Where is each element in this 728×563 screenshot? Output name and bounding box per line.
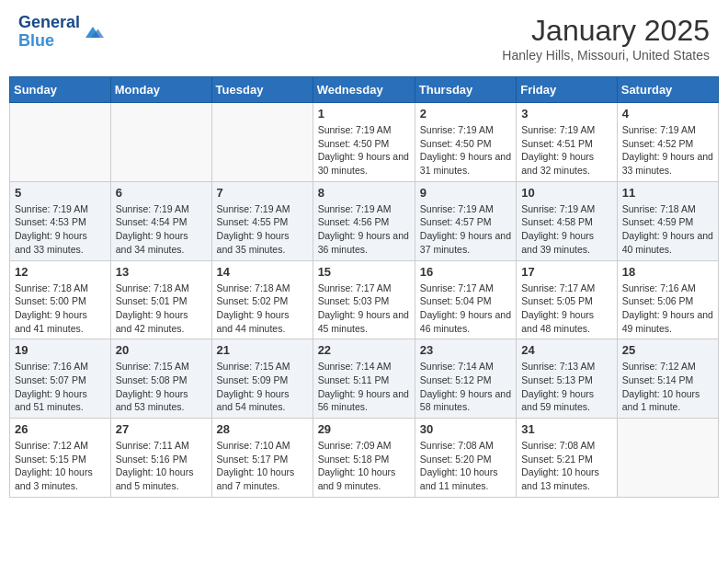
day-info: Sunrise: 7:19 AM Sunset: 4:56 PM Dayligh… — [318, 202, 410, 257]
calendar-week-row: 19Sunrise: 7:16 AM Sunset: 5:07 PM Dayli… — [10, 339, 719, 419]
page-header: GeneralBlue January 2025 Hanley Hills, M… — [9, 9, 719, 67]
day-info: Sunrise: 7:17 AM Sunset: 5:04 PM Dayligh… — [420, 282, 511, 336]
day-info: Sunrise: 7:17 AM Sunset: 5:03 PM Dayligh… — [318, 282, 410, 336]
month-title: January 2025 — [502, 14, 710, 48]
day-info: Sunrise: 7:08 AM Sunset: 5:21 PM Dayligh… — [521, 439, 612, 493]
weekday-header: Wednesday — [313, 77, 415, 103]
calendar-cell — [10, 103, 111, 182]
day-number: 12 — [15, 265, 106, 279]
day-info: Sunrise: 7:19 AM Sunset: 4:52 PM Dayligh… — [622, 123, 713, 178]
calendar-week-row: 26Sunrise: 7:12 AM Sunset: 5:15 PM Dayli… — [10, 419, 719, 498]
calendar-cell: 18Sunrise: 7:16 AM Sunset: 5:06 PM Dayli… — [617, 260, 718, 339]
day-number: 1 — [318, 107, 410, 121]
day-info: Sunrise: 7:18 AM Sunset: 4:59 PM Dayligh… — [622, 202, 713, 257]
day-number: 28 — [217, 422, 308, 436]
logo: GeneralBlue — [18, 14, 104, 51]
calendar-cell: 30Sunrise: 7:08 AM Sunset: 5:20 PM Dayli… — [415, 419, 516, 498]
title-block: January 2025 Hanley Hills, Missouri, Uni… — [502, 14, 710, 63]
day-info: Sunrise: 7:16 AM Sunset: 5:06 PM Dayligh… — [622, 282, 713, 336]
day-info: Sunrise: 7:11 AM Sunset: 5:16 PM Dayligh… — [116, 439, 207, 493]
day-info: Sunrise: 7:19 AM Sunset: 4:58 PM Dayligh… — [521, 202, 612, 257]
day-info: Sunrise: 7:19 AM Sunset: 4:57 PM Dayligh… — [420, 202, 511, 257]
day-number: 18 — [622, 265, 713, 279]
calendar-cell: 15Sunrise: 7:17 AM Sunset: 5:03 PM Dayli… — [313, 260, 415, 339]
day-number: 10 — [521, 186, 612, 200]
day-info: Sunrise: 7:19 AM Sunset: 4:50 PM Dayligh… — [420, 123, 511, 178]
day-number: 2 — [420, 107, 511, 121]
day-number: 14 — [217, 265, 308, 279]
day-info: Sunrise: 7:19 AM Sunset: 4:54 PM Dayligh… — [116, 202, 207, 257]
calendar-cell: 21Sunrise: 7:15 AM Sunset: 5:09 PM Dayli… — [211, 339, 313, 419]
day-info: Sunrise: 7:16 AM Sunset: 5:07 PM Dayligh… — [15, 360, 106, 414]
day-number: 23 — [420, 343, 511, 357]
calendar-cell: 28Sunrise: 7:10 AM Sunset: 5:17 PM Dayli… — [211, 419, 313, 498]
calendar-cell: 7Sunrise: 7:19 AM Sunset: 4:55 PM Daylig… — [211, 181, 313, 260]
calendar-cell: 14Sunrise: 7:18 AM Sunset: 5:02 PM Dayli… — [211, 260, 313, 339]
day-number: 4 — [622, 107, 713, 121]
logo-text: GeneralBlue — [18, 14, 80, 51]
day-number: 25 — [622, 343, 713, 357]
calendar-cell: 19Sunrise: 7:16 AM Sunset: 5:07 PM Dayli… — [10, 339, 111, 419]
day-number: 20 — [116, 343, 207, 357]
day-number: 6 — [116, 186, 207, 200]
day-number: 9 — [420, 186, 511, 200]
day-info: Sunrise: 7:17 AM Sunset: 5:05 PM Dayligh… — [521, 282, 612, 336]
calendar-cell: 11Sunrise: 7:18 AM Sunset: 4:59 PM Dayli… — [617, 181, 718, 260]
calendar-cell: 23Sunrise: 7:14 AM Sunset: 5:12 PM Dayli… — [415, 339, 516, 419]
day-info: Sunrise: 7:15 AM Sunset: 5:08 PM Dayligh… — [116, 360, 207, 414]
calendar-cell: 10Sunrise: 7:19 AM Sunset: 4:58 PM Dayli… — [517, 181, 618, 260]
day-number: 24 — [521, 343, 612, 357]
day-number: 15 — [318, 265, 410, 279]
calendar-cell: 22Sunrise: 7:14 AM Sunset: 5:11 PM Dayli… — [313, 339, 415, 419]
day-info: Sunrise: 7:15 AM Sunset: 5:09 PM Dayligh… — [217, 360, 308, 414]
calendar-cell: 24Sunrise: 7:13 AM Sunset: 5:13 PM Dayli… — [517, 339, 618, 419]
calendar-cell — [110, 103, 211, 182]
day-info: Sunrise: 7:14 AM Sunset: 5:12 PM Dayligh… — [420, 360, 511, 414]
calendar-cell: 20Sunrise: 7:15 AM Sunset: 5:08 PM Dayli… — [110, 339, 211, 419]
calendar-cell: 26Sunrise: 7:12 AM Sunset: 5:15 PM Dayli… — [10, 419, 111, 498]
day-number: 3 — [521, 107, 612, 121]
calendar-cell: 17Sunrise: 7:17 AM Sunset: 5:05 PM Dayli… — [517, 260, 618, 339]
calendar-cell: 29Sunrise: 7:09 AM Sunset: 5:18 PM Dayli… — [313, 419, 415, 498]
day-number: 30 — [420, 422, 511, 436]
location: Hanley Hills, Missouri, United States — [502, 48, 710, 63]
calendar-cell: 3Sunrise: 7:19 AM Sunset: 4:51 PM Daylig… — [517, 103, 618, 182]
day-info: Sunrise: 7:12 AM Sunset: 5:15 PM Dayligh… — [15, 439, 106, 493]
day-number: 13 — [116, 265, 207, 279]
calendar-table: SundayMondayTuesdayWednesdayThursdayFrid… — [9, 76, 719, 498]
day-info: Sunrise: 7:14 AM Sunset: 5:11 PM Dayligh… — [318, 360, 410, 414]
weekday-header: Thursday — [415, 77, 516, 103]
logo-icon — [82, 23, 104, 41]
calendar-cell: 13Sunrise: 7:18 AM Sunset: 5:01 PM Dayli… — [110, 260, 211, 339]
day-number: 29 — [318, 422, 410, 436]
weekday-header: Sunday — [10, 77, 111, 103]
weekday-header: Saturday — [617, 77, 718, 103]
day-info: Sunrise: 7:18 AM Sunset: 5:01 PM Dayligh… — [116, 282, 207, 336]
day-info: Sunrise: 7:13 AM Sunset: 5:13 PM Dayligh… — [521, 360, 612, 414]
calendar-cell: 31Sunrise: 7:08 AM Sunset: 5:21 PM Dayli… — [517, 419, 618, 498]
calendar-cell — [617, 419, 718, 498]
day-number: 16 — [420, 265, 511, 279]
day-number: 19 — [15, 343, 106, 357]
day-info: Sunrise: 7:12 AM Sunset: 5:14 PM Dayligh… — [622, 360, 713, 414]
weekday-header: Friday — [517, 77, 618, 103]
day-info: Sunrise: 7:19 AM Sunset: 4:55 PM Dayligh… — [217, 202, 308, 257]
day-number: 27 — [116, 422, 207, 436]
day-number: 31 — [521, 422, 612, 436]
day-info: Sunrise: 7:10 AM Sunset: 5:17 PM Dayligh… — [217, 439, 308, 493]
day-number: 11 — [622, 186, 713, 200]
day-number: 22 — [318, 343, 410, 357]
calendar-cell: 25Sunrise: 7:12 AM Sunset: 5:14 PM Dayli… — [617, 339, 718, 419]
calendar-cell: 4Sunrise: 7:19 AM Sunset: 4:52 PM Daylig… — [617, 103, 718, 182]
calendar-cell: 9Sunrise: 7:19 AM Sunset: 4:57 PM Daylig… — [415, 181, 516, 260]
calendar-cell — [211, 103, 313, 182]
calendar-week-row: 5Sunrise: 7:19 AM Sunset: 4:53 PM Daylig… — [10, 181, 719, 260]
weekday-header: Tuesday — [211, 77, 313, 103]
calendar-cell: 5Sunrise: 7:19 AM Sunset: 4:53 PM Daylig… — [10, 181, 111, 260]
calendar-cell: 12Sunrise: 7:18 AM Sunset: 5:00 PM Dayli… — [10, 260, 111, 339]
calendar-cell: 8Sunrise: 7:19 AM Sunset: 4:56 PM Daylig… — [313, 181, 415, 260]
calendar-cell: 2Sunrise: 7:19 AM Sunset: 4:50 PM Daylig… — [415, 103, 516, 182]
calendar-cell: 6Sunrise: 7:19 AM Sunset: 4:54 PM Daylig… — [110, 181, 211, 260]
day-number: 5 — [15, 186, 106, 200]
calendar-cell: 1Sunrise: 7:19 AM Sunset: 4:50 PM Daylig… — [313, 103, 415, 182]
